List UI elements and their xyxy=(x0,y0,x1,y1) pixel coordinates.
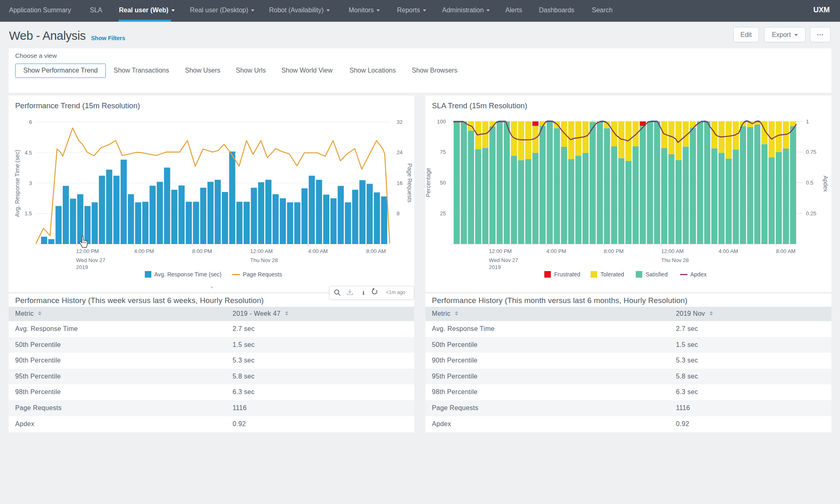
svg-text:24: 24 xyxy=(397,149,402,155)
svg-text:12:00 AM: 12:00 AM xyxy=(250,248,273,254)
svg-text:8:00 AM: 8:00 AM xyxy=(366,248,386,254)
svg-text:0.5: 0.5 xyxy=(806,180,813,186)
svg-text:8:00 PM: 8:00 PM xyxy=(192,248,212,254)
svg-text:Page Requests: Page Requests xyxy=(243,271,282,278)
svg-text:75: 75 xyxy=(440,149,446,155)
svg-text:4:00 PM: 4:00 PM xyxy=(134,248,154,254)
svg-text:Avg. Response Time (sec): Avg. Response Time (sec) xyxy=(154,271,221,278)
svg-text:Performance Trend (15m Resolut: Performance Trend (15m Resolution) xyxy=(15,101,140,110)
svg-text:Avg. Response Time (sec): Avg. Response Time (sec) xyxy=(14,150,21,217)
svg-text:i: i xyxy=(363,290,364,296)
svg-text:1: 1 xyxy=(806,119,809,125)
svg-text:2019: 2019 xyxy=(76,264,88,270)
svg-text:3: 3 xyxy=(29,180,32,186)
svg-text:32: 32 xyxy=(397,119,402,125)
svg-text:8:00 AM: 8:00 AM xyxy=(776,248,796,254)
svg-text:0.25: 0.25 xyxy=(806,210,816,217)
svg-text:8: 8 xyxy=(397,210,399,217)
svg-text:Thu Nov 28: Thu Nov 28 xyxy=(661,257,689,263)
svg-text:Wed Nov 27: Wed Nov 27 xyxy=(489,257,518,263)
svg-text:4:00 AM: 4:00 AM xyxy=(308,248,328,254)
svg-text:Frustrated: Frustrated xyxy=(554,271,580,278)
svg-text:4.5: 4.5 xyxy=(25,150,32,156)
svg-text:Page Requests: Page Requests xyxy=(406,163,413,203)
svg-text:12:00 AM: 12:00 AM xyxy=(661,248,684,254)
svg-text:4:00 PM: 4:00 PM xyxy=(546,248,566,254)
svg-text:12:00 PM: 12:00 PM xyxy=(76,248,99,254)
svg-text:SLA Trend (15m Resolution): SLA Trend (15m Resolution) xyxy=(432,101,527,110)
svg-text:100: 100 xyxy=(437,119,446,125)
svg-text:0.75: 0.75 xyxy=(806,149,816,155)
svg-text:<1m ago: <1m ago xyxy=(386,290,405,295)
svg-text:Thu Nov 28: Thu Nov 28 xyxy=(250,257,278,263)
svg-text:1.5: 1.5 xyxy=(25,210,32,217)
svg-text:6: 6 xyxy=(29,119,32,125)
svg-text:Apdex: Apdex xyxy=(822,176,829,192)
svg-text:16: 16 xyxy=(397,180,402,186)
svg-text:Wed Nov 27: Wed Nov 27 xyxy=(76,257,105,263)
svg-text:12:00 PM: 12:00 PM xyxy=(489,248,512,254)
svg-text:4:00 AM: 4:00 AM xyxy=(719,248,738,254)
svg-text:Satisfied: Satisfied xyxy=(646,271,668,278)
svg-text:8:00 PM: 8:00 PM xyxy=(604,248,623,254)
svg-text:50: 50 xyxy=(440,180,446,186)
svg-text:Tolerated: Tolerated xyxy=(600,271,624,278)
svg-text:2019: 2019 xyxy=(489,264,501,270)
svg-text:25: 25 xyxy=(440,210,446,217)
svg-text:Apdex: Apdex xyxy=(690,271,707,278)
svg-text:Percentage: Percentage xyxy=(425,168,431,197)
